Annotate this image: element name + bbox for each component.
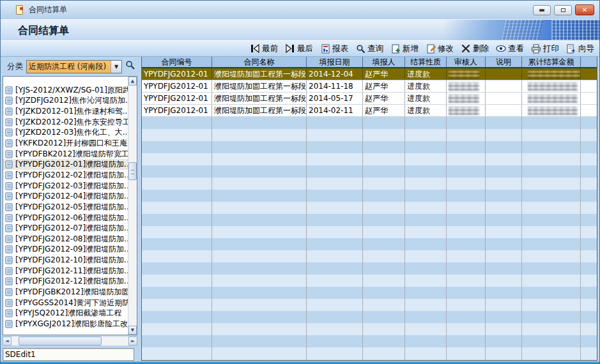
sidebar-item[interactable]: [YJZDFJG2012]焦作沁河堤防加.. (3, 96, 128, 107)
empty-cell (142, 117, 212, 129)
table-row[interactable]: YPYDFJG2012-01濮阳堤防加固工程第一标段2014-12-04赵严华进… (142, 68, 597, 80)
table-cell (486, 93, 522, 104)
empty-cell (405, 323, 447, 335)
empty-cell (212, 360, 307, 360)
sidebar-item[interactable]: [YKFKD2012]开封柳园口和王庵.. (3, 138, 128, 149)
column-header[interactable]: 合同名称 (212, 57, 307, 67)
scroll-left-icon[interactable]: ◄ (3, 337, 12, 345)
toolbar-button-view[interactable]: 查看 (496, 43, 524, 54)
table-row[interactable]: YPYDFJG2012-01濮阳堤防加固工程第一标段2014-11-18赵严华进… (142, 80, 597, 93)
toolbar-button-last[interactable]: 最后 (285, 43, 313, 54)
column-header-filler (581, 57, 597, 67)
vertical-scrollbar[interactable]: ▲ ▼ (128, 77, 137, 335)
column-header[interactable]: 合同编号 (142, 57, 212, 67)
vertical-scroll-track[interactable] (128, 86, 137, 326)
table-cell: 进度款 (405, 68, 447, 80)
sidebar-item[interactable]: [YPYDFJG2012-02]濮阳堤防加.. (3, 170, 128, 181)
empty-cell (405, 360, 447, 360)
scroll-right-icon[interactable]: ► (128, 337, 137, 345)
sidebar-item[interactable]: [YPYDFJG2012-05]濮阳堤防加.. (3, 202, 128, 213)
table-cell: 赵严华 (363, 80, 405, 92)
scroll-up-icon[interactable]: ▲ (128, 77, 137, 86)
sidebar-item-label: [YPYDFJG2012-07]濮阳堤防加.. (15, 223, 128, 234)
sidebar-item[interactable]: [YPYJSQ2012]濮阳截渗墙工程 (3, 308, 128, 319)
maximize-button[interactable] (554, 5, 572, 15)
list-document-icon (5, 277, 13, 285)
sidebar-item[interactable]: [YPYXGGJ2012]濮阳影唐险工改. (3, 319, 128, 330)
table-row[interactable]: YPYDFJG2012-01濮阳堤防加固工程第一标段2014-02-11赵严华进… (142, 105, 597, 117)
toolbar-button-report[interactable]: 报表 (320, 43, 348, 54)
sidebar-item[interactable]: [YPYGGSS2014]黄河下游近期防. (3, 298, 128, 308)
empty-cell (363, 250, 405, 262)
sidebar-item[interactable]: [YPYDFJGBK2012]濮阳堤防加固. (3, 287, 128, 298)
table-cell: 2014-12-04 (307, 68, 363, 80)
empty-cell (405, 117, 447, 129)
sidebar-item[interactable]: [YPYDFJG2012-03]濮阳堤防加.. (3, 181, 128, 192)
column-header[interactable]: 填报日期 (307, 57, 363, 67)
table-row[interactable]: YPYDFJG2012-01濮阳堤防加固工程第一标段2014-05-17赵严华进… (142, 93, 597, 105)
chevron-down-icon[interactable]: ▼ (111, 61, 121, 73)
empty-cell (142, 226, 212, 238)
column-header[interactable]: 说明 (486, 57, 522, 67)
empty-cell (522, 153, 581, 165)
toolbar-button-print[interactable]: 打印 (531, 43, 559, 54)
horizontal-scroll-track[interactable] (12, 337, 128, 345)
column-header[interactable]: 填报人 (363, 57, 405, 67)
sidebar-item[interactable]: [YPYDFJG2012-04]濮阳堤防加.. (3, 191, 128, 202)
toolbar-button-edit[interactable]: 修改 (426, 43, 454, 54)
sidebar-item[interactable]: [YJZKD2012-02]焦作东安控导工 (3, 117, 128, 128)
sidebar-item[interactable]: [YPYDFJG2012-08]濮阳堤防加.. (3, 234, 128, 245)
empty-cell (142, 238, 212, 250)
vertical-scroll-thumb[interactable] (128, 162, 137, 180)
empty-cell (212, 299, 307, 311)
sidebar-item[interactable]: [YJZKD2012-01]焦作逯村和驾.. (3, 106, 128, 117)
empty-cell (447, 311, 486, 323)
toolbar-button-wizard[interactable]: 向导 (566, 43, 594, 54)
sidebar-item-label: [YPYDFJG2012-11]濮阳堤防加.. (15, 266, 128, 277)
sidebar-item[interactable]: [YJZKD2012-03]焦作化工、大.. (3, 128, 128, 139)
sdedit-field[interactable]: SDEdit1 (3, 348, 134, 361)
toolbar-button-first[interactable]: 最前 (250, 43, 278, 54)
sidebar-item[interactable]: [YPYDFJG2012-06]濮阳堤防加.. (3, 213, 128, 224)
scroll-down-icon[interactable]: ▼ (128, 326, 137, 335)
empty-cell (307, 178, 363, 190)
empty-cell (307, 311, 363, 323)
category-search-button[interactable] (123, 59, 137, 73)
empty-cell (363, 214, 405, 226)
toolbar-button-new[interactable]: 新增 (390, 43, 419, 54)
toolbar-button-label: 查看 (508, 43, 524, 54)
empty-cell (447, 153, 486, 165)
sidebar-item[interactable]: [YPYDFJG2012-10]濮阳堤防加.. (3, 255, 128, 266)
close-button[interactable]: ✕ (575, 4, 594, 15)
toolbar-button-delete[interactable]: 删除 (461, 43, 489, 54)
sidebar-item[interactable]: [YPYDFJG2012-09]濮阳堤防加.. (3, 245, 128, 255)
sidebar-item[interactable]: [YPYDFJG2012-07]濮阳堤防加.. (3, 223, 128, 234)
empty-cell (307, 153, 363, 165)
minimize-button[interactable]: ▬ (533, 5, 551, 15)
empty-cell (486, 165, 522, 178)
toolbar-button-query[interactable]: 查询 (355, 43, 383, 54)
list-document-icon (5, 86, 13, 95)
empty-cell (581, 141, 597, 153)
empty-cell (363, 129, 405, 141)
column-header[interactable]: 审核人 (447, 57, 486, 67)
delete-icon (461, 43, 471, 54)
empty-cell (363, 347, 405, 360)
empty-cell (522, 275, 581, 287)
sidebar-item[interactable]: [YPYDFJG2012-01]濮阳堤防加.. (3, 159, 128, 170)
category-dropdown[interactable]: 近期防洪工程 (河南段) ▼ (26, 60, 122, 73)
sidebar-item[interactable]: [YPYDFJG2012-12]濮阳堤防加.. (3, 277, 128, 287)
sidebar-item[interactable]: [YPYDFJG2012-11]濮阳堤防加.. (3, 266, 128, 277)
empty-cell (405, 190, 447, 202)
empty-cell (581, 153, 597, 165)
column-header[interactable]: 结算性质 (405, 57, 447, 67)
empty-cell (522, 262, 581, 275)
horizontal-scrollbar[interactable]: ◄ ► (3, 337, 137, 345)
empty-cell (405, 165, 447, 178)
sidebar-item[interactable]: [YJS-2012/XXWZ/SG-01]原阳武.. (3, 85, 128, 96)
sidebar-item[interactable]: [YPYDFBK2012]濮阳堤防帮宽工程 (3, 149, 128, 160)
column-header[interactable]: 累计结算金额 (522, 57, 581, 67)
horizontal-scroll-thumb[interactable] (19, 337, 102, 345)
empty-cell (486, 190, 522, 202)
empty-cell (486, 226, 522, 238)
